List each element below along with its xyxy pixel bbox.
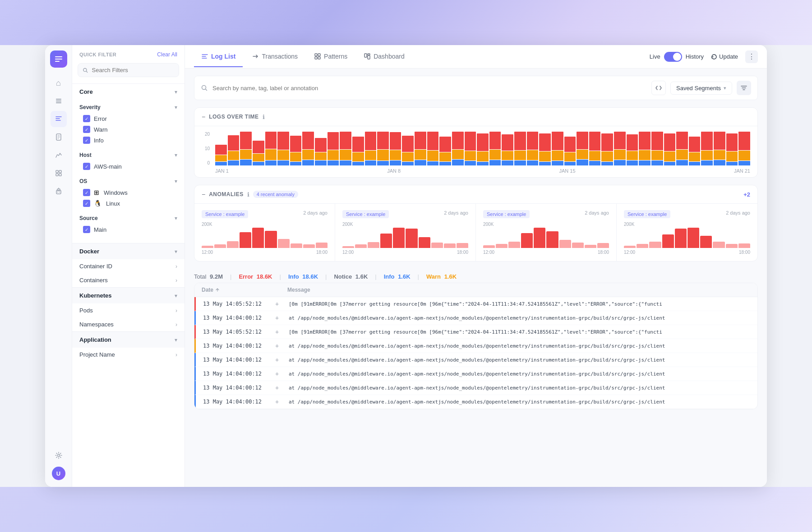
bar-segment[interactable] — [340, 150, 351, 160]
bar-segment[interactable] — [664, 151, 676, 161]
anomaly-bar[interactable] — [521, 233, 533, 248]
bar-segment[interactable] — [527, 161, 539, 165]
bar-segment[interactable] — [489, 150, 501, 160]
saved-segments-dropdown[interactable]: Saved Segments ▾ — [670, 82, 732, 95]
bar-segment[interactable] — [477, 162, 489, 165]
bar-segment[interactable] — [676, 160, 688, 165]
severity-warn-checkbox[interactable]: ✓ — [83, 126, 90, 133]
anomaly-bar[interactable] — [508, 242, 520, 248]
bar-segment[interactable] — [439, 162, 451, 165]
anomaly-bar[interactable] — [662, 234, 674, 248]
bar-segment[interactable] — [502, 161, 513, 165]
bar-segment[interactable] — [315, 152, 327, 160]
anomaly-bar[interactable] — [380, 234, 392, 248]
anomaly-bar[interactable] — [303, 244, 315, 248]
bar-segment[interactable] — [627, 161, 638, 165]
clear-all-button[interactable]: Clear All — [157, 51, 177, 58]
severity-header[interactable]: Severity ▾ — [79, 101, 177, 113]
bar-segment[interactable] — [452, 132, 464, 149]
table-row[interactable]: 13 May 14:04:00:12 + at /app/node_module… — [194, 339, 757, 353]
bar-segment[interactable] — [240, 132, 252, 149]
search-filter-input[interactable] — [92, 67, 174, 73]
bar-segment[interactable] — [415, 150, 426, 160]
tab-dashboard[interactable]: Dashboard — [356, 46, 412, 67]
anomaly-bar[interactable] — [406, 229, 417, 248]
bar-segment[interactable] — [290, 152, 302, 161]
source-header[interactable]: Source ▾ — [79, 212, 177, 224]
anomaly-bar[interactable] — [431, 243, 443, 248]
bar-segment[interactable] — [701, 132, 713, 150]
bar-segment[interactable] — [664, 162, 676, 165]
bar-segment[interactable] — [390, 132, 401, 150]
app-logo[interactable] — [50, 50, 67, 68]
bar-segment[interactable] — [377, 150, 389, 160]
anomaly-bar[interactable] — [342, 246, 354, 248]
update-button[interactable]: Update — [711, 53, 738, 60]
bar-segment[interactable] — [290, 136, 302, 152]
anomaly-bar[interactable] — [265, 231, 277, 248]
bar-segment[interactable] — [701, 151, 713, 160]
container-id-item[interactable]: Container ID › — [72, 259, 185, 273]
anomaly-bar[interactable] — [393, 228, 405, 248]
table-row[interactable]: 13 May 14:04:00:12 + at /app/node_module… — [194, 381, 757, 395]
bar-segment[interactable] — [502, 134, 513, 151]
bar-segment[interactable] — [427, 161, 439, 165]
table-row[interactable]: 13 May 14:05:52:12 + [0m [91mERROR[0m [3… — [194, 297, 757, 311]
bar-segment[interactable] — [489, 160, 501, 165]
log-expand-button[interactable]: + — [275, 384, 289, 391]
containers-item[interactable]: Containers › — [72, 273, 185, 287]
bar-segment[interactable] — [651, 161, 663, 165]
bar-segment[interactable] — [352, 162, 364, 165]
bar-segment[interactable] — [689, 162, 701, 165]
bar-segment[interactable] — [577, 132, 588, 149]
anomaly-bar[interactable] — [457, 243, 468, 248]
filter-options-button[interactable] — [737, 81, 751, 95]
bar-segment[interactable] — [527, 150, 539, 160]
anomaly-plus-badge[interactable]: +2 — [743, 191, 750, 198]
bar-segment[interactable] — [415, 160, 426, 165]
log-expand-button[interactable]: + — [275, 300, 289, 307]
bar-segment[interactable] — [427, 151, 439, 161]
nav-file-icon[interactable] — [51, 129, 67, 145]
bar-segment[interactable] — [328, 132, 339, 150]
bar-segment[interactable] — [390, 150, 401, 160]
bar-segment[interactable] — [676, 132, 688, 149]
bar-segment[interactable] — [315, 161, 327, 165]
bar-segment[interactable] — [564, 137, 576, 152]
bar-segment[interactable] — [302, 150, 314, 160]
host-awsmain-checkbox[interactable]: ✓ — [83, 163, 90, 170]
bar-segment[interactable] — [439, 137, 451, 152]
nav-settings-icon[interactable] — [51, 447, 67, 463]
bar-segment[interactable] — [402, 136, 414, 152]
table-row[interactable]: 13 May 14:05:52:12 + [0m [91mERROR[0m [3… — [194, 325, 757, 339]
bar-segment[interactable] — [514, 151, 526, 160]
nav-grid-icon[interactable] — [51, 165, 67, 181]
severity-info-checkbox[interactable]: ✓ — [83, 137, 90, 144]
bar-segment[interactable] — [527, 132, 539, 150]
bar-segment[interactable] — [365, 132, 377, 150]
bar-segment[interactable] — [439, 152, 451, 161]
os-linux-checkbox[interactable]: ✓ — [83, 200, 90, 207]
bar-segment[interactable] — [277, 161, 289, 165]
anomaly-bar[interactable] — [483, 245, 495, 248]
log-expand-button[interactable]: + — [275, 370, 289, 377]
bar-segment[interactable] — [365, 151, 377, 160]
bar-segment[interactable] — [390, 161, 401, 165]
bar-segment[interactable] — [228, 151, 240, 160]
bar-segment[interactable] — [689, 137, 701, 152]
anomaly-bar[interactable] — [585, 245, 596, 248]
bar-segment[interactable] — [714, 132, 725, 150]
anomaly-bar[interactable] — [700, 236, 712, 248]
anomaly-bar[interactable] — [316, 243, 328, 248]
anomaly-bar[interactable] — [278, 239, 290, 248]
log-expand-button[interactable]: + — [275, 328, 289, 335]
anomaly-bar[interactable] — [214, 244, 226, 248]
bar-segment[interactable] — [290, 162, 302, 165]
bar-segment[interactable] — [552, 161, 563, 165]
bar-segment[interactable] — [627, 151, 638, 160]
tab-patterns[interactable]: Patterns — [307, 46, 355, 67]
bar-segment[interactable] — [215, 145, 227, 155]
anomaly-bar[interactable] — [291, 243, 302, 248]
code-button[interactable] — [651, 81, 666, 95]
bar-segment[interactable] — [514, 161, 526, 165]
